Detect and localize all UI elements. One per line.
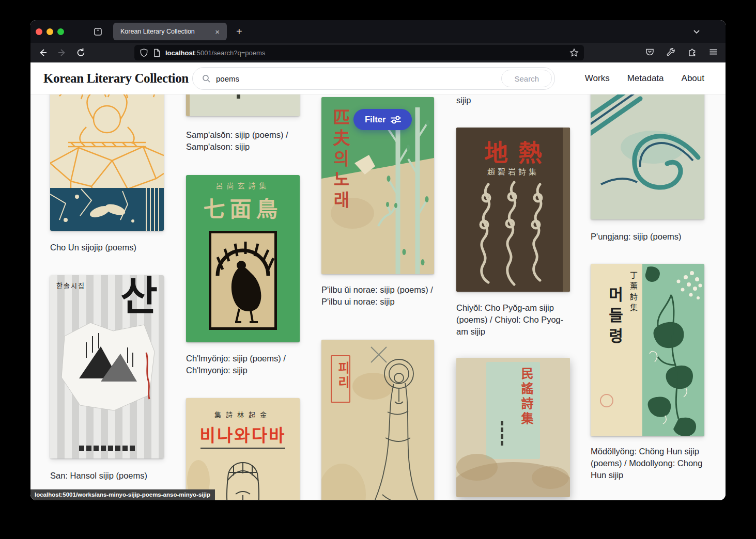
grid-column-1: Cho Un sijojip (poems) 한솔시집 산 San: Hanso… bbox=[50, 94, 164, 500]
grid-column-5: P'ungjang: sijip (poems) bbox=[591, 94, 704, 500]
cover-chilmyonjo[interactable]: 呂尚玄詩集 七面鳥 bbox=[186, 175, 300, 342]
cover-piri[interactable]: 피리 bbox=[321, 340, 434, 500]
caption-cho-un[interactable]: Cho Un sijojip (poems) bbox=[50, 242, 164, 253]
cover-subtitle: 趙碧岩詩集 bbox=[456, 166, 570, 177]
cover-publisher: 呂尚玄詩集 bbox=[186, 180, 300, 191]
tab-close-icon[interactable]: × bbox=[213, 27, 222, 37]
caption-pungjang[interactable]: P'ungjang: sijip (poems) bbox=[591, 231, 704, 243]
main-nav: Works Metadata About bbox=[585, 62, 704, 94]
minimize-window-button[interactable] bbox=[47, 28, 53, 35]
caption-chiyol[interactable]: Chiyŏl: Cho Pyŏg-am sijip (poems) / Chiy… bbox=[456, 302, 570, 338]
cover-title: 七面鳥 bbox=[186, 192, 300, 223]
link-status-tooltip: localhost:5001/works/ans-minyo-sijip-poe… bbox=[30, 489, 215, 500]
cover-woodcut-panel bbox=[209, 231, 277, 330]
cover-title: 匹夫의노래 bbox=[328, 108, 352, 268]
pocket-icon[interactable] bbox=[645, 47, 655, 59]
nav-works[interactable]: Works bbox=[585, 73, 610, 84]
grid-column-3: 匹夫의노래 P'ilbu ŭi norae: sijip (poems) / P… bbox=[321, 94, 434, 500]
extensions-puzzle-icon[interactable] bbox=[687, 47, 697, 59]
caption-pilbu[interactable]: P'ilbu ŭi norae: sijip (poems) / P'ilbu … bbox=[321, 284, 434, 308]
cover-art bbox=[642, 264, 704, 436]
web-page: Korean Literary Collection Search Works … bbox=[30, 62, 726, 500]
reload-icon[interactable] bbox=[76, 47, 86, 58]
cover-title: 피리 bbox=[334, 361, 352, 390]
filter-label: Filter bbox=[365, 115, 385, 124]
bookmark-star-icon[interactable] bbox=[569, 48, 579, 57]
url-text: localhost:5001/search?q=poems bbox=[165, 49, 265, 57]
search-submit-button[interactable]: Search bbox=[501, 70, 552, 87]
tab-bar: Korean Literary Collection × + bbox=[30, 20, 726, 43]
cover-art bbox=[456, 358, 570, 497]
url-bar[interactable]: localhost:5001/search?q=poems bbox=[134, 45, 584, 60]
cover-modollyong[interactable]: 丁薰詩集 머들령 bbox=[591, 264, 704, 436]
site-logo[interactable]: Korean Literary Collection bbox=[43, 71, 189, 86]
cover-small-label: 한솔시집 bbox=[56, 280, 85, 290]
url-path: :5001/search?q=poems bbox=[195, 49, 265, 57]
cover-cho-un-sijojip[interactable] bbox=[50, 94, 164, 231]
wrench-icon[interactable] bbox=[666, 47, 676, 59]
caption-modollyong[interactable]: Mŏdŏllyŏng: Chŏng Hun sijip (poems) / Mo… bbox=[591, 446, 704, 481]
tab-korean-literary-collection[interactable]: Korean Literary Collection × bbox=[113, 23, 227, 40]
toolbar-right-icons bbox=[645, 47, 718, 59]
search-icon bbox=[202, 74, 211, 83]
cover-binawadaba[interactable]: 集詩林起金 비나와다바 bbox=[186, 398, 300, 500]
search-input[interactable] bbox=[216, 74, 501, 83]
back-icon[interactable] bbox=[38, 47, 48, 58]
browser-window: Korean Literary Collection × + localhost… bbox=[30, 20, 726, 500]
forward-icon[interactable] bbox=[57, 47, 67, 58]
page-info-icon[interactable] bbox=[153, 49, 161, 57]
caption-partial-sijip[interactable]: sijip bbox=[456, 94, 570, 106]
cover-pungjang[interactable] bbox=[591, 94, 704, 219]
tab-list-chevron-icon[interactable] bbox=[692, 27, 701, 36]
fullscreen-window-button[interactable] bbox=[57, 28, 64, 35]
browser-toolbar: localhost:5001/search?q=poems bbox=[30, 43, 726, 62]
cover-art bbox=[50, 94, 164, 231]
cover-rule bbox=[200, 448, 285, 449]
cover-sampalson-partial[interactable] bbox=[186, 94, 300, 116]
url-host: localhost bbox=[165, 49, 195, 57]
library-icon[interactable] bbox=[93, 27, 103, 37]
search-results-grid: Filter bbox=[30, 94, 726, 500]
cover-san-hansol-sijip[interactable]: 한솔시집 산 bbox=[50, 275, 164, 458]
filter-button[interactable]: Filter bbox=[353, 109, 412, 130]
cover-author: 丁薰詩集 bbox=[628, 271, 639, 314]
tab-title: Korean Literary Collection bbox=[120, 28, 213, 35]
cover-minyo-sijip[interactable]: 民謠詩集 bbox=[456, 358, 570, 497]
caption-sampalson[interactable]: Samp'alsŏn: sijip (poems) / Samp'alson: … bbox=[186, 129, 300, 153]
cover-title: 비나와다바 bbox=[186, 422, 300, 447]
cover-title: 산 bbox=[120, 276, 158, 316]
cover-publisher: 集詩林起金 bbox=[186, 409, 300, 419]
grid-column-2: Samp'alsŏn: sijip (poems) / Samp'alson: … bbox=[186, 94, 300, 500]
cover-chiyol[interactable]: 地熱 趙碧岩詩集 bbox=[456, 128, 570, 292]
site-header: Korean Literary Collection Search Works … bbox=[30, 62, 726, 94]
menu-hamburger-icon[interactable] bbox=[708, 47, 718, 59]
shield-icon[interactable] bbox=[140, 48, 148, 57]
close-window-button[interactable] bbox=[36, 28, 42, 35]
cover-title: 머들령 bbox=[603, 287, 626, 348]
filter-sliders-icon bbox=[390, 115, 402, 124]
search-form: Search bbox=[192, 67, 555, 90]
cover-art bbox=[591, 94, 704, 219]
caption-san[interactable]: San: Hansol sijip (poems) bbox=[50, 470, 164, 482]
caption-chilmyonjo[interactable]: Ch'lmyŏnjo: sijip (poems) / Ch'lmyonjo: … bbox=[186, 353, 300, 376]
nav-about[interactable]: About bbox=[682, 73, 704, 84]
grid-column-4: sijip 地熱 趙碧岩詩集 Chiy bbox=[456, 94, 570, 500]
cover-art bbox=[186, 94, 300, 116]
new-tab-button[interactable]: + bbox=[233, 26, 245, 38]
cover-title: 地熱 bbox=[456, 134, 570, 168]
nav-metadata[interactable]: Metadata bbox=[627, 73, 664, 84]
cover-seal bbox=[600, 394, 613, 407]
cover-title: 民謠詩集 bbox=[517, 367, 535, 427]
